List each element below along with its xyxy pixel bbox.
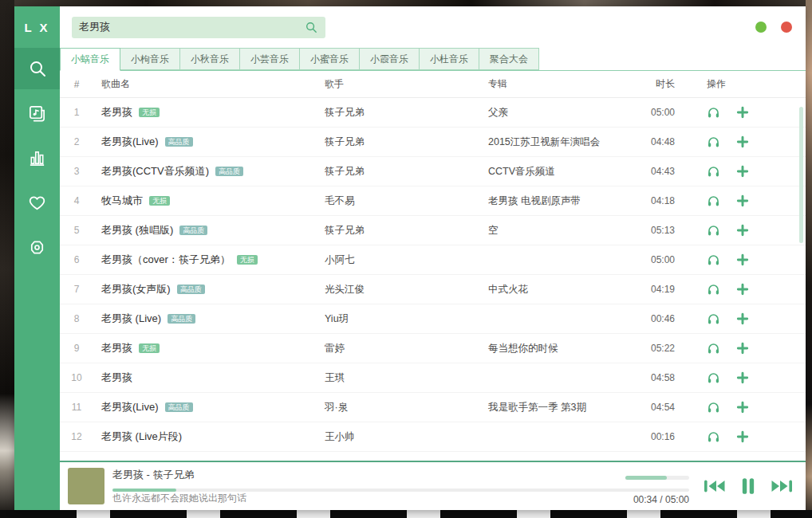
row-actions xyxy=(680,253,762,267)
app-logo: L X xyxy=(14,6,60,48)
tab-聚合大会[interactable]: 聚合大会 xyxy=(479,48,539,70)
tab-小芸音乐[interactable]: 小芸音乐 xyxy=(240,48,300,70)
add-button[interactable] xyxy=(736,224,749,237)
search-input[interactable]: 老男孩 xyxy=(72,17,325,38)
sidebar-item-search[interactable] xyxy=(14,48,60,89)
tab-小枸音乐[interactable]: 小枸音乐 xyxy=(120,48,180,70)
sidebar-item-settings[interactable] xyxy=(14,226,60,268)
table-row[interactable]: 8 老男孩 (Live)高品质 Yiu玥 00:46 xyxy=(60,304,806,334)
desktop-background-bottom xyxy=(0,510,812,518)
minimize-button[interactable] xyxy=(755,22,767,33)
tab-小霞音乐[interactable]: 小霞音乐 xyxy=(360,48,420,70)
add-button[interactable] xyxy=(736,430,749,443)
next-button[interactable] xyxy=(769,477,794,496)
table-row[interactable]: 11 老男孩(Live)高品质 羽·泉 我是歌手第一季 第3期 04:54 xyxy=(60,393,806,422)
add-button[interactable] xyxy=(736,106,749,119)
listen-button[interactable] xyxy=(707,342,720,355)
pause-button[interactable] xyxy=(738,476,759,496)
previous-button[interactable] xyxy=(702,477,727,496)
col-artist: 歌手 xyxy=(317,77,480,91)
artist-cell: 筷子兄弟 xyxy=(317,165,480,179)
add-button[interactable] xyxy=(736,135,749,148)
song-name-cell: 老男孩无损 xyxy=(93,341,317,355)
quality-badge: 无损 xyxy=(139,343,160,353)
plus-icon xyxy=(736,165,749,178)
listen-button[interactable] xyxy=(707,224,720,237)
desktop-background-left xyxy=(0,0,14,518)
add-button[interactable] xyxy=(736,371,749,384)
table-header: # 歌曲名 歌手 专辑 时长 操作 xyxy=(60,71,806,98)
row-actions xyxy=(680,430,762,444)
listen-button[interactable] xyxy=(707,371,720,385)
table-row[interactable]: 7 老男孩(女声版)高品质 光头江俊 中式火花 04:19 xyxy=(60,275,806,304)
listen-button[interactable] xyxy=(707,283,720,296)
quality-badge: 无损 xyxy=(149,196,170,206)
listen-button[interactable] xyxy=(707,430,720,444)
listen-button[interactable] xyxy=(707,135,720,149)
song-name-cell: 牧马城市无损 xyxy=(93,194,317,208)
table-row[interactable]: 1 老男孩无损 筷子兄弟 父亲 05:00 xyxy=(60,98,806,128)
row-actions xyxy=(680,312,762,326)
table-row[interactable]: 10 老男孩 王琪 04:58 xyxy=(60,363,806,393)
tab-小蜜音乐[interactable]: 小蜜音乐 xyxy=(300,48,360,70)
album-cell: 每当想你的时候 xyxy=(480,342,622,355)
sidebar-item-leaderboard[interactable] xyxy=(14,137,60,179)
table-row[interactable]: 6 老男孩（cover：筷子兄弟）无损 小阿七 05:00 xyxy=(60,245,806,275)
add-button[interactable] xyxy=(736,165,749,178)
artist-cell: 毛不易 xyxy=(317,194,480,208)
listen-button[interactable] xyxy=(707,106,720,120)
headphone-icon xyxy=(707,430,720,444)
headphone-icon xyxy=(707,106,720,120)
add-button[interactable] xyxy=(736,312,749,325)
row-actions xyxy=(680,106,762,120)
search-icon[interactable] xyxy=(305,21,318,34)
listen-button[interactable] xyxy=(707,312,720,326)
now-playing-title: 老男孩 - 筷子兄弟 xyxy=(112,468,195,482)
add-button[interactable] xyxy=(736,283,749,296)
table-row[interactable]: 5 老男孩 (独唱版)高品质 筷子兄弟 空 05:13 xyxy=(60,216,806,245)
album-cell: 我是歌手第一季 第3期 xyxy=(480,401,622,414)
table-row[interactable]: 9 老男孩无损 雷婷 每当想你的时候 05:22 xyxy=(60,334,806,363)
add-button[interactable] xyxy=(736,401,749,414)
app-window: L X 老男孩 xyxy=(14,6,806,510)
col-index: # xyxy=(60,79,93,90)
sidebar-item-favorites[interactable] xyxy=(14,182,60,223)
headphone-icon xyxy=(707,253,720,267)
scrollbar-thumb[interactable] xyxy=(799,107,803,243)
album-art[interactable] xyxy=(68,468,104,504)
table-row[interactable]: 4 牧马城市无损 毛不易 老男孩 电视剧原声带 04:18 xyxy=(60,186,806,216)
close-button[interactable] xyxy=(781,22,792,33)
row-index: 1 xyxy=(60,107,93,118)
row-index: 10 xyxy=(60,372,93,383)
tab-小蜗音乐[interactable]: 小蜗音乐 xyxy=(60,48,120,71)
artist-cell: 王琪 xyxy=(317,371,480,385)
sidebar-item-songlist[interactable] xyxy=(14,92,60,134)
table-row[interactable]: 12 老男孩 (Live片段) 王小帅 00:16 xyxy=(60,422,806,452)
table-row[interactable]: 2 老男孩(Live)高品质 筷子兄弟 2015江苏卫视新年演唱会 04:48 xyxy=(60,128,806,157)
artist-cell: Yiu玥 xyxy=(317,312,480,326)
listen-button[interactable] xyxy=(707,253,720,267)
song-list: 1 老男孩无损 筷子兄弟 父亲 05:00 2 老男孩(Live)高品质 筷子兄… xyxy=(60,98,806,461)
tab-小秋音乐[interactable]: 小秋音乐 xyxy=(180,48,240,70)
duration-cell: 05:00 xyxy=(622,107,680,118)
plus-icon xyxy=(736,106,749,119)
time-display: 00:34 / 05:00 xyxy=(633,494,689,505)
volume-slider[interactable] xyxy=(625,476,689,480)
listen-button[interactable] xyxy=(707,165,720,179)
listen-button[interactable] xyxy=(707,194,720,208)
plus-icon xyxy=(736,283,749,296)
songlist-icon xyxy=(28,104,46,123)
listen-button[interactable] xyxy=(707,401,720,414)
add-button[interactable] xyxy=(736,342,749,355)
plus-icon xyxy=(736,430,749,443)
artist-cell: 光头江俊 xyxy=(317,283,480,296)
headphone-icon xyxy=(707,312,720,326)
add-button[interactable] xyxy=(736,253,749,266)
plus-icon xyxy=(736,401,749,414)
duration-cell: 05:13 xyxy=(622,225,680,236)
quality-badge: 高品质 xyxy=(165,402,193,412)
add-button[interactable] xyxy=(736,194,749,207)
song-name-cell: 老男孩 xyxy=(93,371,317,385)
table-row[interactable]: 3 老男孩(CCTV音乐频道)高品质 筷子兄弟 CCTV音乐频道 04:43 xyxy=(60,157,806,186)
tab-小杜音乐[interactable]: 小杜音乐 xyxy=(420,48,479,70)
